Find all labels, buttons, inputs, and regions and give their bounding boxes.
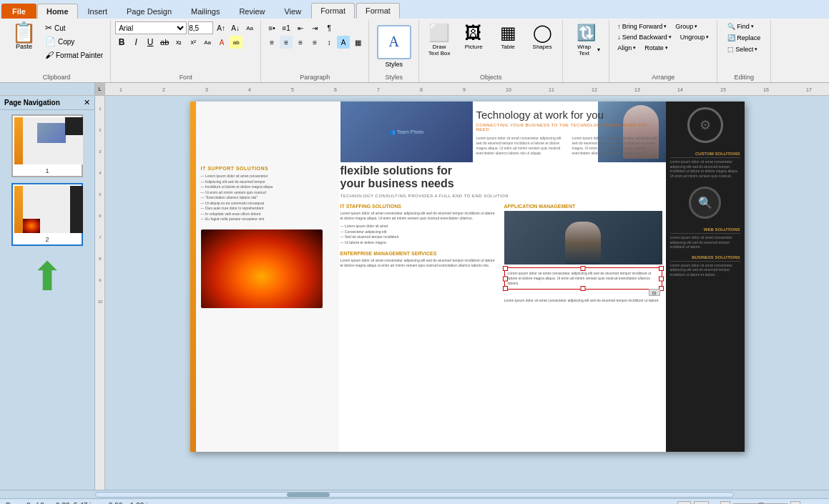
arrange-label: Arrange (609, 74, 717, 81)
reading-view-btn[interactable]: 📖 (694, 501, 709, 505)
copy-icon: 📄 (45, 36, 56, 46)
svg-text:7: 7 (377, 87, 380, 92)
nav-close-button[interactable]: ✕ (84, 98, 90, 107)
shapes-label: Shapes (533, 44, 552, 51)
business-solutions-text: Lorem ipsum dolor sit amet consectetur a… (670, 263, 740, 277)
arrange-row3: Align ▾ Rotate ▾ (614, 43, 712, 53)
handle-bm[interactable] (581, 286, 586, 291)
borders-button[interactable]: ▦ (351, 36, 364, 49)
tab-home[interactable]: Home (37, 4, 78, 19)
wrap-content: 🔃 Wrap Text ▾ (567, 21, 604, 81)
select-button[interactable]: ⬚ Select ▾ (724, 44, 764, 54)
svg-text:2: 2 (162, 87, 165, 92)
font-row2: B I U ab x₂ x² Aa A ab (115, 36, 242, 49)
handle-mr[interactable] (659, 276, 664, 281)
styles-sample[interactable]: A (377, 25, 411, 59)
align-label: Align (617, 44, 632, 51)
align-right-button[interactable]: ≡ (294, 36, 307, 49)
numbered-list-button[interactable]: ≡1 (280, 21, 293, 34)
copy-button[interactable]: 📄 Copy (42, 35, 106, 48)
tab-view[interactable]: View (275, 4, 310, 19)
handle-tm[interactable] (581, 266, 586, 271)
clipboard-group: 📋 Paste ✂ Cut 📄 Copy 🖌 (3, 20, 111, 82)
draw-text-box-icon: ⬜ (428, 23, 450, 44)
picture-icon: 🖼 (465, 23, 482, 44)
tab-review[interactable]: Review (230, 4, 274, 19)
strikethrough-button[interactable]: ab (158, 36, 171, 49)
handle-bl[interactable] (503, 286, 508, 291)
bullet-list-button[interactable]: ≡• (265, 21, 278, 34)
overflow-indicator[interactable]: ⊡ (649, 289, 660, 296)
clear-formatting[interactable]: Aa (243, 21, 256, 34)
status-bar: Page: 2 of 2 9,22; 5,47 in. 3,06 x 1,22 … (0, 498, 829, 504)
picture-button[interactable]: 🖼 Picture (458, 21, 489, 51)
font-name-select[interactable]: Arial (115, 21, 187, 34)
justify-button[interactable]: ≡ (308, 36, 321, 49)
objects-content: ⬜ DrawText Box 🖼 Picture ▦ Table ◯ Shape… (423, 21, 558, 81)
view-buttons: ▤ 📖 (677, 501, 709, 505)
font-content: Arial A↑ A↓ Aa B I U ab x₂ x² Aa A ab (115, 21, 256, 81)
font-size-input[interactable] (188, 21, 213, 34)
zoom-out-button[interactable]: − (720, 501, 730, 505)
handle-tr[interactable] (659, 266, 664, 271)
paste-button[interactable]: 📋 Paste (7, 21, 41, 61)
scrollbar-thumb[interactable] (287, 493, 330, 497)
page-thumb-2[interactable]: 2 (11, 183, 83, 246)
selected-textbox[interactable]: ⊡ Lorem ipsum dolor sit amet consectetur… (504, 267, 662, 290)
custom-solutions-title: CUSTOM SOLUTIONS (670, 152, 740, 158)
underline-button[interactable]: U (144, 36, 157, 49)
it-support-title: IT SUPPORT SOLUTIONS (201, 166, 333, 171)
tab-mailings[interactable]: Mailings (182, 4, 229, 19)
italic-button[interactable]: I (129, 36, 142, 49)
format-painter-button[interactable]: 🖌 Format Painter (42, 49, 106, 61)
rotate-button[interactable]: Rotate ▾ (641, 43, 672, 53)
group-button[interactable]: Group ▾ (672, 21, 701, 31)
align-left-button[interactable]: ≡ (265, 36, 278, 49)
highlight-button[interactable]: ab (230, 36, 242, 49)
send-backward-button[interactable]: ↓ Send Backward ▾ (614, 32, 675, 42)
line-spacing-button[interactable]: ↕ (323, 36, 335, 49)
replace-icon: 🔄 (727, 34, 735, 41)
replace-button[interactable]: 🔄 Replace (724, 33, 764, 43)
superscript-button[interactable]: x² (187, 36, 200, 49)
align-center-button[interactable]: ≡ (280, 36, 293, 49)
tab-format1[interactable]: Format (311, 3, 355, 19)
clipboard-small-buttons: ✂ Cut 📄 Copy 🖌 Format Painter (42, 21, 106, 61)
find-button[interactable]: 🔍 Find ▾ (724, 21, 764, 31)
table-button[interactable]: ▦ Table (492, 21, 524, 51)
print-layout-btn[interactable]: ▤ (677, 501, 691, 505)
show-formatting-button[interactable]: ¶ (323, 21, 335, 34)
draw-text-box-button[interactable]: ⬜ DrawText Box (423, 21, 455, 59)
font-color-button[interactable]: A (215, 36, 228, 49)
wrap-text-button[interactable]: 🔃 Wrap Text ▾ (567, 21, 604, 58)
paragraph-group: ≡• ≡1 ⇤ ⇥ ¶ ≡ ≡ ≡ ≡ ↕ A ▦ Paragraph (261, 20, 369, 82)
tab-page-design[interactable]: Page Design (117, 4, 181, 19)
text-case-button[interactable]: Aa (201, 36, 214, 49)
handle-tl[interactable] (503, 266, 508, 271)
arrange-row2: ↓ Send Backward ▾ Ungroup ▾ (614, 32, 712, 42)
font-size-decrease[interactable]: A↓ (229, 21, 242, 34)
format-painter-label: Format Painter (56, 51, 103, 59)
shapes-button[interactable]: ◯ Shapes (526, 21, 558, 51)
subscript-button[interactable]: x₂ (172, 36, 185, 49)
search-circle: 🔍 (689, 187, 721, 219)
increase-indent-button[interactable]: ⇥ (308, 21, 321, 34)
horizontal-scrollbar[interactable] (0, 490, 829, 498)
ungroup-button[interactable]: Ungroup ▾ (677, 32, 713, 42)
tab-insert[interactable]: Insert (79, 4, 117, 19)
font-size-increase[interactable]: A↑ (215, 21, 227, 34)
page-thumb-1[interactable]: 1 (11, 114, 83, 177)
decrease-indent-button[interactable]: ⇤ (294, 21, 307, 34)
cut-button[interactable]: ✂ Cut (42, 21, 106, 34)
tab-file[interactable]: File (1, 4, 36, 19)
zoom-in-button[interactable]: + (790, 501, 800, 505)
bold-button[interactable]: B (115, 36, 128, 49)
align-button[interactable]: Align ▾ (614, 43, 639, 53)
bring-forward-button[interactable]: ↑ Bring Forward ▾ (614, 21, 670, 31)
handle-ml[interactable] (503, 276, 508, 281)
document-area[interactable]: ⚙ CUSTOM SOLUTIONS Lorem ipsum dolor sit… (105, 96, 829, 490)
tab-format2[interactable]: Format (356, 3, 400, 19)
ruler-corner[interactable]: L (95, 83, 105, 96)
shading-button[interactable]: A (337, 36, 350, 49)
svg-text:8: 8 (420, 87, 423, 92)
